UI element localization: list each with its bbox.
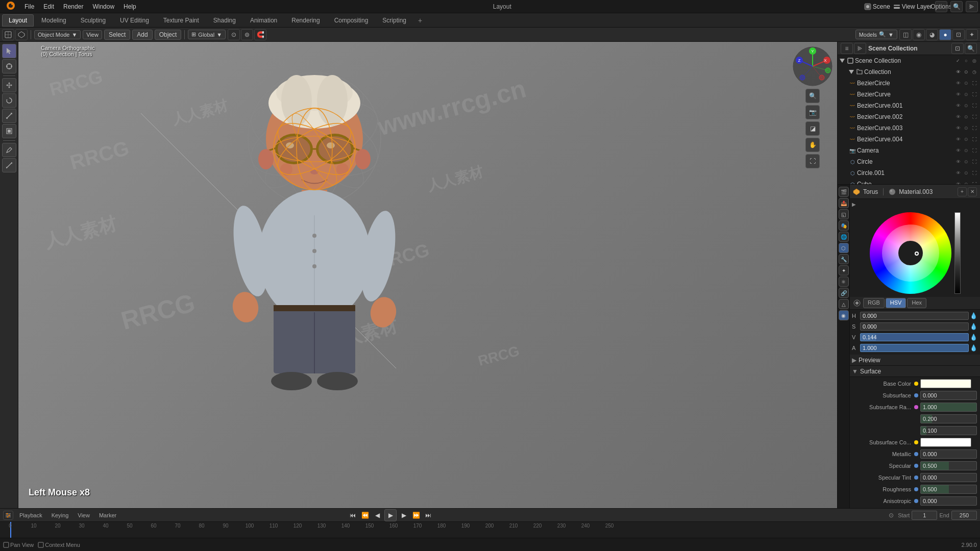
- editor-type-icon[interactable]: [15, 29, 28, 40]
- help-menu[interactable]: Help: [119, 2, 140, 11]
- sub-ra-3-bar[interactable]: 0.100: [920, 426, 977, 435]
- models-dropdown[interactable]: Models 🔍 ▼: [855, 30, 897, 39]
- item-render-icon[interactable]: ⛶: [971, 80, 978, 87]
- preview-section[interactable]: ▶ Preview: [850, 355, 980, 366]
- h-input[interactable]: 0.000: [860, 312, 969, 320]
- s-eyedropper[interactable]: 💧: [969, 322, 978, 331]
- select-btn[interactable]: Select: [104, 30, 130, 40]
- anisotropic-bar[interactable]: 0.000: [920, 496, 977, 506]
- tab-rendering[interactable]: Rendering: [285, 14, 326, 27]
- viewport-3d[interactable]: RRCG 人人素材 RRCG 人人素材 RRCG 人人素材 RRCG 人人素材 …: [18, 42, 837, 508]
- tab-sculpting[interactable]: Sculpting: [74, 14, 112, 27]
- subsurface-co-swatch[interactable]: [920, 438, 971, 447]
- roughness-dot[interactable]: [914, 487, 918, 491]
- item-render-icon[interactable]: ⛶: [971, 136, 978, 143]
- view-layer-props-icon[interactable]: ◱: [839, 209, 849, 219]
- subsurface-co-dot[interactable]: [914, 440, 918, 444]
- item-view-icon[interactable]: 👁: [954, 124, 962, 132]
- rendered-btn[interactable]: ●: [939, 29, 951, 40]
- subsurface-bar[interactable]: 0.000: [920, 391, 977, 400]
- options-btn[interactable]: Options: [935, 1, 947, 12]
- color-mode-icon[interactable]: [852, 298, 862, 308]
- scale-tool[interactable]: [2, 109, 16, 123]
- item-render-icon[interactable]: ⛶: [971, 113, 978, 120]
- item-render-icon[interactable]: ⛶: [971, 102, 978, 109]
- a-eyedropper[interactable]: 💧: [969, 343, 978, 353]
- collection-view-icon[interactable]: 👁: [954, 68, 962, 76]
- jump-prev-keyframe-btn[interactable]: ⏪: [360, 510, 370, 520]
- sub-ra-2-bar[interactable]: 0.200: [920, 414, 977, 423]
- item-view-icon[interactable]: 👁: [954, 102, 962, 109]
- specular-dot[interactable]: [914, 464, 918, 468]
- item-render-icon[interactable]: ⛶: [971, 91, 978, 98]
- item-view-icon[interactable]: 👁: [954, 158, 962, 165]
- outliner-item-beziercurve-004[interactable]: 〰 BezierCurve.004 👁 ⊙ ⛶: [838, 134, 980, 145]
- file-menu[interactable]: File: [20, 2, 38, 11]
- s-input[interactable]: 0.000: [860, 322, 969, 331]
- annotate-tool[interactable]: [2, 143, 16, 157]
- collection-select-icon[interactable]: ⊙: [963, 68, 970, 76]
- object-data-props-icon[interactable]: △: [839, 299, 849, 309]
- playback-menu[interactable]: Playback: [16, 511, 45, 519]
- render-props-icon[interactable]: 🎬: [839, 187, 849, 197]
- scene-selector[interactable]: Scene: [864, 3, 890, 10]
- outliner-item-circle[interactable]: ⬡ Circle 👁 ⊙ ⛶: [838, 156, 980, 167]
- outliner-item-beziercurve-002[interactable]: 〰 BezierCurve.002 👁 ⊙ ⛶: [838, 111, 980, 122]
- hsv-btn[interactable]: HSV: [886, 298, 906, 308]
- item-render-icon[interactable]: ⛶: [971, 181, 978, 185]
- move-tool[interactable]: [2, 78, 16, 92]
- surface-section[interactable]: ▼ Surface: [850, 366, 980, 377]
- navigation-gizmo[interactable]: X Y Z: [792, 46, 833, 87]
- add-workspace-btn[interactable]: +: [414, 14, 426, 27]
- item-view-icon[interactable]: 👁: [954, 169, 962, 177]
- start-frame-input[interactable]: [912, 511, 937, 520]
- world-props-icon[interactable]: 🌐: [839, 232, 849, 242]
- specular-bar[interactable]: 0.500: [920, 461, 977, 470]
- rgb-btn[interactable]: RGB: [863, 298, 885, 308]
- item-view-icon[interactable]: 👁: [954, 136, 962, 143]
- modifier-props-icon[interactable]: 🔧: [839, 254, 849, 264]
- subsurface-dot[interactable]: [914, 393, 918, 397]
- material-preview-btn[interactable]: ◕: [926, 29, 938, 40]
- mode-dropdown[interactable]: Object Mode ▼: [34, 30, 81, 39]
- tab-compositing[interactable]: Compositing: [328, 14, 375, 27]
- material-props-icon[interactable]: ◉: [839, 310, 849, 320]
- step-forward-btn[interactable]: ▶: [399, 510, 409, 520]
- rotate-tool[interactable]: [2, 93, 16, 108]
- item-select-icon[interactable]: ⊙: [963, 80, 970, 87]
- item-select-icon[interactable]: ⊙: [963, 181, 970, 185]
- mat-delete-btn[interactable]: ✕: [968, 187, 977, 196]
- item-select-icon[interactable]: ⊙: [963, 91, 970, 98]
- render-region-btn[interactable]: ⛶: [805, 154, 820, 168]
- snap2-icon[interactable]: 🧲: [254, 29, 266, 40]
- metallic-bar[interactable]: 0.000: [920, 449, 977, 459]
- timeline-strip[interactable]: 0 10 20 30 40 50 60 70 80 90 100 110 120…: [0, 522, 980, 538]
- cursor-tool[interactable]: [2, 59, 16, 73]
- item-view-icon[interactable]: 👁: [954, 113, 962, 120]
- specular-tint-dot[interactable]: [914, 475, 918, 480]
- hex-btn[interactable]: Hex: [907, 298, 926, 308]
- window-menu[interactable]: Window: [88, 2, 118, 11]
- subsurface-ra-bar[interactable]: 1.000: [920, 403, 977, 412]
- outliner-filter[interactable]: ⫸: [854, 43, 866, 54]
- outliner-scene-collection[interactable]: Scene Collection ✓ ○ ◎: [838, 55, 980, 66]
- tab-uv-editing[interactable]: UV Editing: [113, 14, 156, 27]
- filter-btn[interactable]: ⫸: [966, 1, 978, 12]
- roughness-bar[interactable]: 0.500: [920, 485, 977, 494]
- outliner-display-mode[interactable]: ≡: [841, 43, 853, 54]
- keying-menu[interactable]: Keying: [48, 511, 72, 519]
- view-menu[interactable]: View: [75, 511, 93, 519]
- indirect-icon[interactable]: ◎: [971, 57, 978, 64]
- item-select-icon[interactable]: ⊙: [963, 124, 970, 132]
- tab-layout[interactable]: Layout: [2, 14, 34, 27]
- transform-orientation[interactable]: ⊞ Global ▼: [188, 30, 226, 39]
- v-input[interactable]: 0.144: [860, 333, 969, 341]
- item-select-icon[interactable]: ⊙: [963, 158, 970, 165]
- jump-start-btn[interactable]: ⏮: [348, 510, 358, 520]
- toggle-perspective-btn[interactable]: ◪: [805, 121, 820, 136]
- outliner-item-beziercurve-003[interactable]: 〰 BezierCurve.003 👁 ⊙ ⛶: [838, 122, 980, 134]
- tab-shading[interactable]: Shading: [207, 14, 242, 27]
- overlay-btn[interactable]: ⊡: [952, 29, 965, 40]
- metallic-dot[interactable]: [914, 452, 918, 456]
- tab-animation[interactable]: Animation: [243, 14, 284, 27]
